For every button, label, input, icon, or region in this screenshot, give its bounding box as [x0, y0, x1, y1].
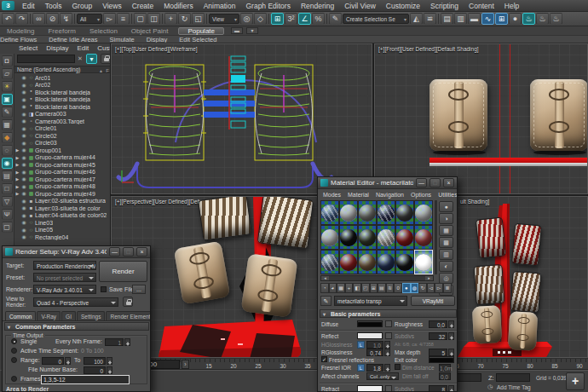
next-frame-icon[interactable]: › — [182, 360, 189, 369]
fresnel-checkbox[interactable]: ✓ — [321, 356, 327, 362]
show-background-icon[interactable]: ▤ — [378, 283, 386, 293]
material-sample-slot[interactable] — [339, 225, 358, 250]
maximize-icon[interactable]: □ — [429, 178, 441, 187]
material-sample-slot[interactable] — [377, 250, 395, 274]
render-tab-gi[interactable]: GI — [61, 311, 76, 320]
lock-view-icon[interactable] — [123, 297, 133, 307]
explorer-tool-icon-3[interactable]: ▣ — [2, 94, 13, 105]
menu-modifiers[interactable]: Modifiers — [159, 1, 198, 11]
list-item[interactable]: ◉*Block:lateral bandeja — [14, 89, 111, 96]
ribbon-tool-edit-selected[interactable]: Edit Selected — [173, 36, 222, 43]
every-nth-spinner[interactable] — [124, 338, 130, 346]
ribbon-minimize-icon[interactable]: ▬ — [231, 27, 243, 34]
pick-material-eyedropper-icon[interactable]: ✎ — [320, 296, 331, 306]
explorer-tool-icon-2[interactable]: ☀ — [2, 81, 13, 92]
assign-material-icon[interactable]: ▦ — [337, 283, 345, 293]
scrunch-bag[interactable] — [257, 196, 314, 249]
visibility-eye-icon[interactable]: ◉ — [20, 96, 27, 103]
explorer-tool-icon-9[interactable]: ▤ — [2, 170, 13, 182]
list-item[interactable]: ▶◉▩Grupo-cartera mujer48 — [14, 183, 111, 191]
frames-input[interactable] — [41, 375, 130, 384]
viewport-front[interactable]: [+][Front][User Defined][Default Shading… — [374, 43, 588, 194]
show-shaded-map-icon[interactable]: ◍ — [411, 283, 419, 293]
expand-arrow-icon[interactable]: ▶ — [14, 191, 20, 196]
range-from-spinner[interactable] — [65, 357, 71, 365]
max-depth-field[interactable]: 5 — [429, 349, 447, 356]
rglossiness-spinner[interactable] — [384, 349, 390, 356]
list-item[interactable]: ◉◌Circle03 — [14, 140, 111, 147]
me-menu-navigation[interactable]: Navigation — [372, 192, 407, 198]
explorer-tool-icon-10[interactable]: □ — [2, 183, 13, 194]
select-manipulate-icon[interactable]: ◇ — [254, 13, 267, 25]
scrunch-bag[interactable] — [473, 264, 504, 305]
layer-manager-icon[interactable]: ▤ — [441, 13, 453, 25]
sample-horizontal-scrollbar[interactable]: ◂ ▸ — [320, 275, 434, 281]
renderer-dropdown[interactable]: V-Ray Adv 3.40.01 — [33, 285, 96, 294]
material-editor-titlebar[interactable]: Material Editor - metacrilato transp — □… — [318, 177, 457, 189]
list-item[interactable]: ◉◌Rectangle04 — [14, 233, 111, 241]
window-crossing-icon[interactable]: ◫ — [147, 13, 160, 25]
material-id-icon[interactable]: ⊞ — [370, 283, 378, 293]
list-item[interactable]: ◉*Block:lateral bandeja — [14, 103, 111, 111]
select-rotate-icon[interactable]: ↻ — [178, 13, 191, 25]
fresnel-ior-field[interactable]: 1,8 — [366, 364, 383, 372]
range-to-spinner[interactable] — [107, 357, 112, 365]
diffuse-map-button[interactable] — [385, 320, 392, 327]
visibility-eye-icon[interactable]: ◉ — [20, 118, 27, 124]
explorer-menu-customize[interactable]: Customize — [93, 44, 111, 52]
put-to-library-icon[interactable]: ◰ — [361, 283, 370, 293]
ribbon-tool-display[interactable]: Display — [141, 36, 174, 43]
subdivs-spinner[interactable] — [448, 332, 454, 340]
material-sample-slot[interactable] — [320, 225, 339, 250]
explorer-tool-icon-13[interactable]: ▢ — [2, 222, 13, 233]
hglossiness-field[interactable]: 1,0 — [366, 341, 383, 349]
material-name-dropdown[interactable]: metacrilato transp — [334, 296, 407, 306]
explorer-menu-display[interactable]: Display — [42, 44, 72, 52]
list-item[interactable]: ▶◉▩Grupo-cartera mujer45 — [14, 161, 111, 169]
hglossiness-lock-button[interactable]: L — [357, 341, 365, 349]
visibility-eye-icon[interactable]: ◉ — [20, 111, 27, 118]
menu-content[interactable]: Content — [464, 1, 499, 11]
visibility-eye-icon[interactable]: ◉ — [20, 147, 27, 153]
visibility-eye-icon[interactable]: ◉ — [20, 140, 27, 147]
visibility-eye-icon[interactable]: ◉ — [20, 198, 27, 205]
visibility-eye-icon[interactable]: ◉ — [20, 233, 27, 240]
explorer-tool-icon-0[interactable]: ◘ — [2, 55, 13, 66]
redo-icon[interactable]: ↷ — [15, 13, 28, 25]
subdivs-field[interactable]: 32 — [429, 332, 447, 340]
go-forward-icon[interactable]: ▻ — [435, 283, 443, 293]
sample-type-icon[interactable]: ● — [439, 201, 453, 212]
list-item[interactable]: ◉◌Arc01 — [14, 74, 111, 82]
list-item[interactable]: ◉■Layer:03-silueta de color — [14, 205, 111, 212]
diffuse-color-swatch[interactable] — [357, 320, 383, 327]
save-file-checkbox[interactable] — [101, 286, 107, 292]
visibility-eye-icon[interactable]: ◉ — [20, 154, 27, 161]
handbag-model[interactable] — [472, 305, 502, 344]
list-item[interactable]: ▶◉▩Group001 — [14, 147, 111, 154]
visibility-eye-icon[interactable]: ◉ — [20, 176, 27, 182]
backlight-icon[interactable]: ◑ — [439, 213, 453, 224]
rendered-frame-window-icon[interactable]: ♨ — [536, 13, 549, 25]
visibility-eye-icon[interactable]: ◉ — [20, 212, 27, 219]
named-selection-dropdown[interactable]: Create Selection Se▾ — [343, 14, 409, 24]
material-sample-slot[interactable] — [395, 200, 414, 225]
clear-search-icon[interactable]: ✕ — [78, 55, 83, 62]
list-item[interactable]: ◉■Layer:04-silueta de color02 — [14, 212, 111, 220]
explorer-column-header[interactable]: Name (Sorted Ascending)▲F — [14, 66, 111, 73]
menu-create[interactable]: Create — [127, 1, 159, 11]
undo-icon[interactable]: ↶ — [2, 13, 14, 25]
render-setup-titlebar[interactable]: Render Setup: V-Ray Adv 3.40.01 — □ × — [3, 246, 150, 258]
ribbon-tab-modeling[interactable]: Modeling — [0, 27, 41, 35]
snaps-toggle-icon[interactable]: ⊞ — [271, 13, 284, 25]
use-pivot-center-icon[interactable]: ◎ — [240, 13, 253, 25]
refract-map-button[interactable] — [385, 385, 392, 392]
handbag-model[interactable] — [530, 79, 588, 151]
ribbon-tab-freeform[interactable]: Freeform — [41, 27, 82, 35]
go-backward-icon[interactable]: ◅ — [427, 283, 435, 293]
roughness-spinner[interactable] — [448, 320, 454, 328]
mirror-icon[interactable]: ◭ — [410, 13, 423, 25]
menu-animation[interactable]: Animation — [199, 1, 241, 11]
viewport-top-label[interactable]: [+][Top][User Defined][Wireframe] — [115, 46, 198, 52]
expand-arrow-icon[interactable]: ▶ — [14, 184, 20, 189]
basic-parameters-rollout[interactable]: Basic parameters — [320, 309, 457, 318]
